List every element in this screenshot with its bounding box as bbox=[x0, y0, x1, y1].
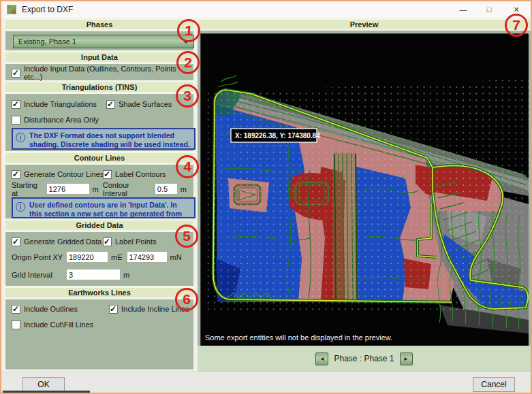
starting-at-label: Starting at bbox=[12, 181, 43, 197]
coordinate-tooltip-text: X: 189226.38, Y: 174380.84 bbox=[235, 132, 320, 139]
preview-canvas[interactable]: X: 189226.38, Y: 174380.84 Some export e… bbox=[200, 33, 528, 346]
phase-prev-button[interactable]: ◄ bbox=[315, 352, 328, 365]
gridded-data-section-header: Gridded Data bbox=[5, 220, 194, 231]
tins-section-header: Triangulations (TINS) bbox=[5, 82, 194, 93]
earthworks-section-header: Earthworks Lines bbox=[5, 287, 194, 298]
include-outlines-checkbox[interactable] bbox=[12, 305, 20, 314]
grid-interval-input[interactable] bbox=[66, 269, 121, 280]
contour-interval-unit: m bbox=[181, 185, 187, 193]
close-icon[interactable]: ✕ bbox=[505, 1, 527, 18]
label-points-checkbox[interactable] bbox=[103, 237, 112, 246]
label-points-label: Label Points bbox=[115, 237, 157, 246]
generate-gridded-data-label: Generate Gridded Data bbox=[24, 237, 101, 246]
contour-interval-label: Contour Interval bbox=[103, 181, 151, 197]
arrow-left-icon: ◄ bbox=[319, 356, 325, 362]
phase-label: Phase : Phase 1 bbox=[334, 354, 394, 363]
grid-dots bbox=[206, 79, 529, 313]
input-data-section-body: Include Input Data (Outlines, Contours, … bbox=[5, 63, 194, 81]
preview-map: X: 189226.38, Y: 174380.84 bbox=[201, 34, 529, 346]
app-icon bbox=[7, 5, 16, 14]
maximize-icon[interactable]: □ bbox=[478, 1, 500, 18]
origin-y-unit: mN bbox=[170, 253, 182, 261]
include-cutfill-lines-label: Include Cut\Fill Lines bbox=[24, 321, 93, 329]
grid-interval-label: Grid Interval bbox=[12, 271, 66, 279]
generate-contour-lines-label: Generate Contour Lines bbox=[24, 170, 104, 178]
export-to-dxf-dialog: Export to DXF — □ ✕ Phases Existing, Pha… bbox=[0, 0, 532, 394]
window-title: Export to DXF bbox=[22, 5, 73, 14]
input-data-section-header: Input Data bbox=[5, 52, 194, 63]
include-cutfill-lines-checkbox[interactable] bbox=[12, 321, 20, 329]
earthworks-section-body: Include Outlines Include Incline Lines I… bbox=[5, 299, 194, 370]
cancel-button[interactable]: Cancel bbox=[473, 377, 515, 392]
starting-at-input[interactable] bbox=[46, 183, 90, 195]
phase-navigation: ◄ Phase : Phase 1 ► bbox=[198, 346, 531, 372]
preview-section-header: Preview bbox=[198, 19, 531, 30]
starting-at-unit: m bbox=[93, 185, 99, 193]
gridded-data-section-body: Generate Gridded Data Label Points Origi… bbox=[5, 231, 194, 286]
shading-info-text: The DXF Format does not support blended … bbox=[29, 131, 190, 148]
contour-interval-input[interactable] bbox=[155, 183, 178, 195]
arrow-right-icon: ► bbox=[403, 356, 409, 362]
background-window-fragment bbox=[3, 391, 90, 394]
contour-lines-section-header: Contour Lines bbox=[5, 152, 194, 163]
chevron-down-icon bbox=[183, 41, 189, 44]
contours-info-box: ⓘ User defined contours are in 'Input Da… bbox=[12, 197, 195, 218]
grid-interval-unit: m bbox=[123, 271, 129, 279]
ok-button[interactable]: OK bbox=[22, 377, 65, 392]
origin-y-input[interactable] bbox=[127, 251, 168, 263]
preview-notice: Some export entities will not be display… bbox=[205, 333, 392, 342]
label-contours-checkbox[interactable] bbox=[103, 170, 112, 179]
include-incline-lines-checkbox[interactable] bbox=[109, 305, 118, 314]
phases-section-body: Existing, Phase 1 bbox=[5, 31, 194, 51]
origin-x-unit: mE bbox=[111, 253, 123, 261]
phases-dropdown[interactable]: Existing, Phase 1 bbox=[13, 35, 194, 48]
info-icon: ⓘ bbox=[16, 133, 25, 142]
include-outlines-label: Include Outlines bbox=[24, 305, 78, 313]
generate-gridded-data-checkbox[interactable] bbox=[12, 237, 20, 246]
label-contours-label: Label Contours bbox=[115, 170, 166, 178]
include-input-data-label: Include Input Data (Outlines, Contours, … bbox=[24, 65, 191, 81]
tins-section-body: Include Triangulations Shade Surfaces Di… bbox=[5, 93, 194, 152]
disturbance-area-only-label: Disturbance Area Only bbox=[24, 116, 99, 124]
disturbance-area-only-checkbox[interactable] bbox=[12, 116, 20, 125]
phases-section-header: Phases bbox=[5, 19, 194, 30]
title-bar: Export to DXF — □ ✕ bbox=[1, 1, 531, 18]
shade-surfaces-checkbox[interactable] bbox=[106, 100, 115, 109]
info-icon: ⓘ bbox=[16, 203, 25, 212]
include-input-data-checkbox[interactable] bbox=[12, 69, 20, 78]
origin-point-label: Origin Point XY bbox=[12, 253, 66, 261]
origin-x-input[interactable] bbox=[66, 251, 108, 263]
phases-dropdown-value: Existing, Phase 1 bbox=[18, 37, 76, 46]
contour-lines-section-body: Generate Contour Lines Label Contours St… bbox=[5, 164, 194, 219]
coordinate-tooltip: X: 189226.38, Y: 174380.84 bbox=[231, 129, 320, 142]
include-triangulations-label: Include Triangulations bbox=[24, 100, 97, 108]
include-triangulations-checkbox[interactable] bbox=[12, 100, 20, 109]
minimize-icon[interactable]: — bbox=[452, 1, 474, 18]
shading-info-box: ⓘ The DXF Format does not support blende… bbox=[12, 128, 195, 150]
shade-surfaces-label: Shade Surfaces bbox=[119, 100, 172, 108]
generate-contour-lines-checkbox[interactable] bbox=[12, 170, 20, 179]
phase-next-button[interactable]: ► bbox=[400, 352, 413, 365]
include-incline-lines-label: Include Incline Lines bbox=[121, 305, 189, 313]
